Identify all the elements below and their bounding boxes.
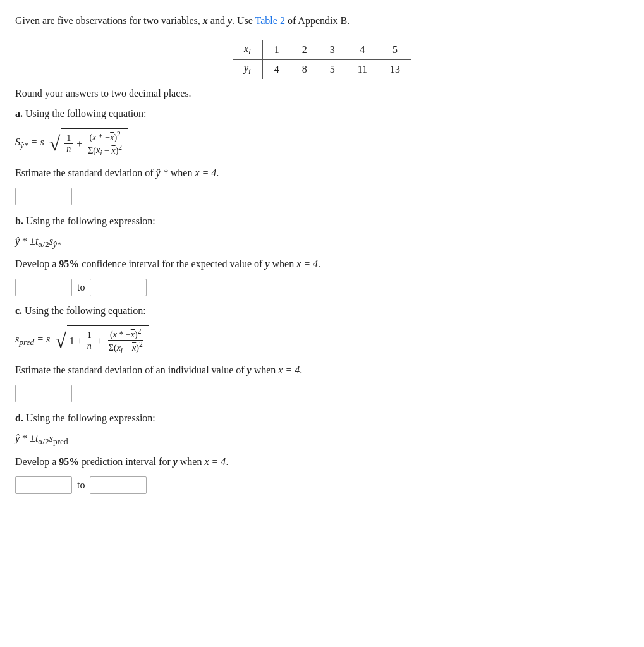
sqrt-content-c: 1 + 1 n + (x * −x)2 Σ(xi − x)2 bbox=[67, 325, 149, 356]
section-b-label: b. Using the following expression: bbox=[15, 215, 629, 227]
frac-1n-c: 1 n bbox=[85, 330, 94, 351]
section-b: b. Using the following expression: ŷ * ±… bbox=[15, 215, 629, 296]
data-table: xi 1 2 3 4 5 yi 4 8 5 11 13 bbox=[233, 40, 411, 79]
xi-val-1: 1 bbox=[262, 40, 291, 60]
round-note: Round your answers to two decimal places… bbox=[15, 88, 629, 99]
yi-val-1: 4 bbox=[262, 59, 291, 79]
section-c: c. Using the following equation: spred =… bbox=[15, 305, 629, 402]
y-variable: y bbox=[228, 15, 232, 26]
table2-link[interactable]: Table 2 bbox=[255, 15, 285, 26]
section-d-input-upper[interactable] bbox=[90, 476, 147, 494]
section-c-answer-area bbox=[15, 385, 629, 402]
section-a-answer-area bbox=[15, 188, 629, 205]
section-b-develop-text: Develop a 95% confidence interval for th… bbox=[15, 258, 629, 270]
frac-1n: 1 n bbox=[64, 133, 73, 154]
intro-prefix: Given are five observations for two vari… bbox=[15, 15, 203, 26]
yi-header: yi bbox=[233, 59, 262, 79]
formula-d-expr: ŷ * ±tα/2spred bbox=[15, 433, 68, 447]
formula-a-sqrt: √ 1 n + (x * −x)2 Σ(xi − x)2 bbox=[49, 128, 128, 159]
formula-a-lhs: Sŷ* = s bbox=[15, 136, 44, 150]
section-a-label: a. Using the following equation: bbox=[15, 108, 629, 119]
section-c-label: c. Using the following equation: bbox=[15, 305, 629, 317]
frac-xstar: (x * −x)2 Σ(xi − x)2 bbox=[86, 130, 124, 157]
section-c-estimate-text: Estimate the standard deviation of an in… bbox=[15, 365, 629, 376]
xi-header: xi bbox=[233, 40, 262, 60]
data-table-container: xi 1 2 3 4 5 yi 4 8 5 11 13 bbox=[15, 40, 629, 79]
intro-and: and bbox=[208, 15, 228, 26]
formula-d: ŷ * ±tα/2spred bbox=[15, 433, 629, 447]
intro-text: Given are five observations for two vari… bbox=[15, 13, 629, 29]
section-a: a. Using the following equation: Sŷ* = s… bbox=[15, 108, 629, 205]
formula-c: spred = s √ 1 + 1 n + (x * −x)2 Σ(xi − x… bbox=[15, 325, 629, 356]
section-d-to-label: to bbox=[77, 480, 85, 491]
yi-val-3: 5 bbox=[319, 59, 346, 79]
xi-val-5: 5 bbox=[379, 40, 411, 60]
xi-val-3: 3 bbox=[319, 40, 346, 60]
formula-b: ŷ * ±tα/2sŷ* bbox=[15, 236, 629, 250]
section-d-interval-row: to bbox=[15, 476, 629, 494]
section-a-input[interactable] bbox=[15, 188, 72, 205]
yi-val-2: 8 bbox=[291, 59, 319, 79]
section-d-develop-text: Develop a 95% prediction interval for y … bbox=[15, 456, 629, 468]
yi-val-5: 13 bbox=[379, 59, 411, 79]
xi-val-4: 4 bbox=[346, 40, 379, 60]
formula-b-expr: ŷ * ±tα/2sŷ* bbox=[15, 236, 61, 250]
section-b-interval-row: to bbox=[15, 279, 629, 296]
sqrt-symbol-a: √ bbox=[49, 133, 61, 154]
section-d-label: d. Using the following expression: bbox=[15, 413, 629, 424]
xi-val-2: 2 bbox=[291, 40, 319, 60]
frac-xstar-c: (x * −x)2 Σ(xi − x)2 bbox=[107, 327, 145, 354]
section-a-estimate-text: Estimate the standard deviation of ŷ * w… bbox=[15, 167, 629, 179]
section-d-input-lower[interactable] bbox=[15, 476, 72, 494]
section-d: d. Using the following expression: ŷ * ±… bbox=[15, 413, 629, 493]
section-c-input[interactable] bbox=[15, 385, 72, 402]
formula-c-sqrt: √ 1 + 1 n + (x * −x)2 Σ(xi − x)2 bbox=[55, 325, 149, 356]
formula-a: Sŷ* = s √ 1 n + (x * −x)2 Σ(xi − x)2 bbox=[15, 128, 629, 159]
sqrt-content-a: 1 n + (x * −x)2 Σ(xi − x)2 bbox=[61, 128, 128, 159]
section-b-input-upper[interactable] bbox=[90, 279, 147, 296]
sqrt-symbol-c: √ bbox=[55, 330, 66, 351]
yi-val-4: 11 bbox=[346, 59, 379, 79]
section-b-to-label: to bbox=[77, 282, 85, 293]
formula-c-lhs: spred = s bbox=[15, 334, 50, 348]
intro-use: . Use bbox=[232, 15, 255, 26]
intro-appendix: of Appendix B. bbox=[285, 15, 349, 26]
x-variable: x bbox=[203, 15, 208, 26]
section-b-input-lower[interactable] bbox=[15, 279, 72, 296]
